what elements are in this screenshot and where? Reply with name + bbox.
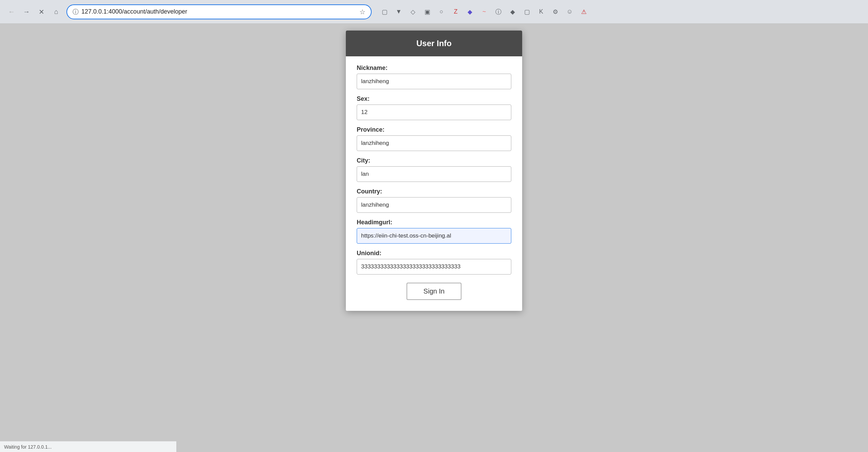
unionid-input[interactable]: [357, 259, 511, 275]
url-text: 127.0.0.1:4000/account/auth/developer: [81, 8, 357, 15]
password-icon[interactable]: ◆: [507, 6, 519, 18]
reader-icon[interactable]: ▣: [421, 6, 433, 18]
modal-title: User Info: [353, 39, 515, 48]
address-bar[interactable]: ⓘ 127.0.0.1:4000/account/auth/developer …: [66, 4, 372, 19]
chart-icon[interactable]: ~: [478, 6, 490, 18]
nickname-group: Nickname:: [357, 64, 511, 89]
status-text: Waiting for 127.0.0.1...: [4, 444, 52, 450]
home-button[interactable]: ⌂: [50, 6, 62, 18]
app-icon[interactable]: ◆: [464, 6, 476, 18]
bookmark-manager-icon[interactable]: ◇: [407, 6, 419, 18]
alert-icon[interactable]: ⚠: [578, 6, 590, 18]
screenshot-icon[interactable]: ▢: [521, 6, 533, 18]
headimgurl-label: Headimgurl:: [357, 219, 511, 226]
city-label: City:: [357, 157, 511, 164]
zotero-icon[interactable]: Z: [450, 6, 462, 18]
profile-icon[interactable]: ▼: [393, 6, 405, 18]
info-icon[interactable]: ⓘ: [492, 6, 505, 18]
page-content: User Info Nickname: Sex: Province: City:…: [0, 24, 868, 441]
headimgurl-group: Headimgurl:: [357, 219, 511, 244]
user-info-modal: User Info Nickname: Sex: Province: City:…: [346, 31, 522, 311]
forward-button[interactable]: →: [20, 6, 33, 18]
sign-in-button[interactable]: Sign In: [407, 283, 461, 300]
nav-buttons: ← → ✕ ⌂: [5, 6, 62, 18]
modal-body: Nickname: Sex: Province: City: Country:: [346, 56, 522, 311]
province-input[interactable]: [357, 135, 511, 151]
city-group: City:: [357, 157, 511, 182]
browser-chrome: ← → ✕ ⌂ ⓘ 127.0.0.1:4000/account/auth/de…: [0, 0, 868, 24]
sex-group: Sex:: [357, 95, 511, 120]
country-input[interactable]: [357, 197, 511, 213]
country-label: Country:: [357, 188, 511, 195]
unionid-label: Unionid:: [357, 250, 511, 257]
close-button[interactable]: ✕: [35, 6, 47, 18]
province-group: Province:: [357, 126, 511, 151]
security-icon: ⓘ: [73, 8, 79, 16]
status-bar: Waiting for 127.0.0.1...: [0, 441, 176, 452]
toolbar-icons: ▢ ▼ ◇ ▣ ○ Z ◆ ~ ⓘ ◆ ▢ K ⚙ ☺ ⚠: [378, 6, 590, 18]
nickname-input[interactable]: [357, 74, 511, 89]
country-group: Country:: [357, 188, 511, 213]
modal-header: User Info: [346, 31, 522, 56]
back-button[interactable]: ←: [5, 6, 18, 18]
city-input[interactable]: [357, 166, 511, 182]
headimgurl-input[interactable]: [357, 228, 511, 244]
nickname-label: Nickname:: [357, 64, 511, 72]
province-label: Province:: [357, 126, 511, 133]
sex-input[interactable]: [357, 105, 511, 120]
keycloak-icon[interactable]: K: [535, 6, 547, 18]
extensions-icon[interactable]: ▢: [378, 6, 391, 18]
sex-label: Sex:: [357, 95, 511, 102]
emoji-icon[interactable]: ☺: [564, 6, 576, 18]
puzzle-icon[interactable]: ⚙: [549, 6, 561, 18]
translate-icon[interactable]: ○: [435, 6, 448, 18]
bookmark-icon[interactable]: ☆: [359, 8, 366, 16]
unionid-group: Unionid:: [357, 250, 511, 275]
